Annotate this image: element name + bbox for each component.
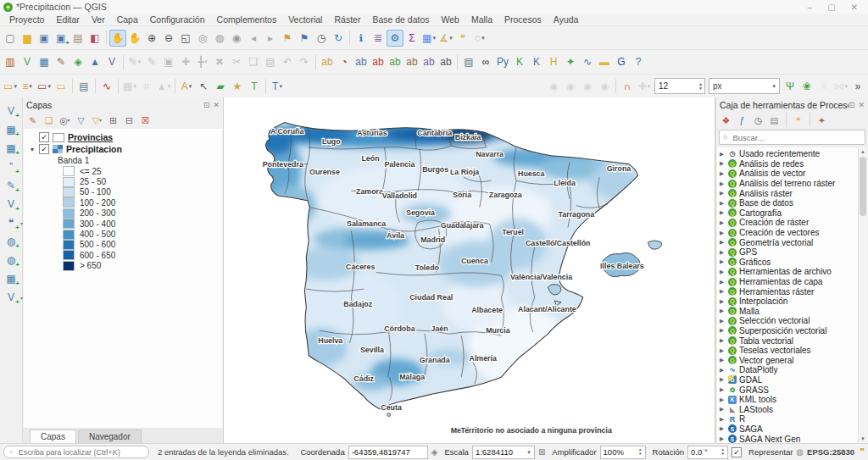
expander-icon[interactable]: ▶ [720,425,726,432]
measure-icon[interactable]: ∡ ▾ [437,30,454,47]
expander-icon[interactable]: ▶ [720,435,726,442]
add-vector-tile-layer-icon[interactable]: ▦ + [3,270,19,286]
scrollbar-thumb[interactable] [860,157,866,216]
toolbox-category[interactable]: ▶ Q Análisis del terreno ráster [717,179,858,189]
float-panel-icon[interactable]: ⊡ [849,101,855,109]
clear-trace-icon[interactable]: ✕ [815,78,832,95]
expander-icon[interactable]: ▶ [720,376,726,383]
toolbox-category[interactable]: ▶ Q Selección vectorial [717,316,858,326]
tab-navegador[interactable]: Navegador [78,430,142,443]
toolbox-category[interactable]: ▶ G GDAL [717,375,858,385]
menu-item[interactable]: Web [436,14,465,25]
close-panel-icon[interactable]: ✕ [213,101,220,109]
rotation-spin[interactable]: 0.0 ° ▲▼ [687,446,728,459]
toolbox-category[interactable]: ▶ ∿ DataPlotly [717,365,858,375]
toolbox-category[interactable]: ▶ Q Análisis de vector [717,169,858,179]
legend-class-row[interactable]: 200 - 300 [24,208,222,219]
toolbox-category[interactable]: ▶ Q Herramientas de capa [717,277,858,287]
database-icon[interactable]: ▤ [460,53,477,70]
rotate-label-icon[interactable]: ab [420,53,437,70]
current-edits-icon[interactable]: ✎ ▾ [126,53,143,70]
messages-balloon-icon[interactable]: ❞ [860,446,865,457]
layer-row-provincias[interactable]: ✓ Provincias [24,131,222,143]
expander-icon[interactable]: ▶ [720,239,726,246]
legend-class-row[interactable]: 300 - 400 [24,219,222,229]
move-label-icon[interactable]: ab [403,53,420,70]
expander-icon[interactable]: ▶ [720,160,726,167]
scroll-up-icon[interactable]: ▲ [859,147,867,156]
toolbox-category[interactable]: ▶ Q Malla [717,307,858,317]
pin-labels-icon[interactable]: ab [353,53,370,70]
expander-icon[interactable]: ▶ [720,219,726,226]
menu-item[interactable]: Complementos [211,14,283,25]
expander-icon[interactable]: ▼ [29,147,36,152]
snapping-unit-combo[interactable]: px ▾ [709,78,780,94]
expand-all-icon[interactable]: ⊞ [106,114,120,127]
close-button[interactable]: ✕ [851,3,858,12]
menu-item[interactable]: Proyecto [3,14,50,25]
archive-plugin-icon[interactable]: ▬ [596,53,613,70]
layer-checkbox[interactable]: ✓ [39,144,49,154]
deselect-all-icon[interactable]: ▭ ▾ [36,78,53,95]
manage-map-themes-icon[interactable]: ◎ ▾ [58,114,72,127]
show-hide-labels-icon[interactable]: ab [387,53,403,70]
expander-icon[interactable]: ▶ [720,347,726,354]
menu-item[interactable]: Configuración [144,14,211,25]
copy-features-icon[interactable]: ❏ [245,53,262,70]
show-statistics-icon[interactable]: Σ [403,30,420,47]
expander-icon[interactable]: ▶ [720,269,726,275]
georeferencer-icon[interactable]: ⌗ [138,78,155,95]
add-postgis-layer-icon[interactable]: ✎ + [3,177,19,193]
attribute-table-icon[interactable]: ▦ ▾ [420,30,437,47]
toolbox-category[interactable]: ▶ ◣ LAStools [717,404,858,414]
move-annotation-icon[interactable]: ↖ [195,78,212,95]
polygon-annotation-icon[interactable]: ▰ [212,78,229,95]
expander-icon[interactable]: ▶ [720,367,726,374]
zoom-last-icon[interactable]: ◂ [245,30,262,47]
snapping-lock-1-icon[interactable]: ◉ [545,78,562,95]
open-project-icon[interactable]: ▆ [19,30,36,47]
layer-diagram-icon[interactable]: ◔ [336,53,353,70]
filter-by-expression-icon[interactable]: ▽ ▾ [90,114,104,127]
save-project-as-icon[interactable]: ▣ + [53,30,70,47]
crs-globe-icon[interactable]: ◍ [796,447,804,457]
scripts-icon[interactable]: ƒ [735,114,749,127]
redo-icon[interactable]: ↷ [296,53,313,70]
zoom-in-icon[interactable]: ⊕ [143,30,160,47]
processing-toolbox-icon[interactable]: ⚙ [387,30,403,47]
zoom-to-layer-icon[interactable]: ◍ [211,30,228,47]
toolbox-category[interactable]: ▶ K KML tools [717,395,858,405]
select-features-icon[interactable]: ▭ ▾ [2,78,19,95]
delete-selected-icon[interactable]: ✖ [211,53,228,70]
expander-icon[interactable]: ▶ [720,190,726,197]
filter-legend-icon[interactable]: ▽ [74,114,88,127]
scale-combo[interactable]: 1:6284110 ▼ [472,446,535,459]
toolbox-scrollbar[interactable]: ▲ ▼ [858,147,867,443]
toolbox-category[interactable]: ▶ Q Base de datos [717,198,858,208]
toolbox-category[interactable]: ▶ S SAGA [717,424,858,435]
add-vector-layer-icon[interactable]: V [19,53,36,70]
paste-features-icon[interactable]: ▤ [262,53,279,70]
snapping-lock-2-icon[interactable]: ◉ [562,78,579,95]
style-manager-icon[interactable]: ◧ [86,30,103,47]
coordinate-field[interactable]: -64359,4819747 [348,446,428,459]
add-group-icon[interactable]: ❏ [42,114,56,127]
temporal-controller-icon[interactable]: ◷ [313,30,330,47]
add-spatialite-layer-icon[interactable]: V + [3,196,19,212]
expander-icon[interactable]: ▶ [720,288,726,295]
layer-name[interactable]: Precipitacion [66,144,122,154]
save-project-icon[interactable]: ▣ [36,30,53,47]
menu-item[interactable]: Ver [86,14,111,25]
layer-row-precipitacion[interactable]: ▼ ✓ Precipitacion [24,143,222,155]
expander-icon[interactable]: ▶ [720,258,726,265]
snapping-lock-4-icon[interactable]: ◉ [596,78,613,95]
expander-icon[interactable]: ▶ [720,357,726,363]
html-export-icon[interactable]: H [545,53,562,70]
db-manager-icon[interactable]: ▤ [75,78,92,95]
toolbox-category[interactable]: ▶ S SAGA Next Gen [717,434,858,443]
toolbox-category[interactable]: ▶ Q Gráficos [717,258,858,268]
toolbox-category[interactable]: ▶ R R [717,414,858,424]
metasearch-icon[interactable]: ∞ [477,53,494,70]
lock-scale-icon[interactable]: ⊠ [538,447,545,457]
dataplotly-icon[interactable]: ∿ [98,78,115,95]
